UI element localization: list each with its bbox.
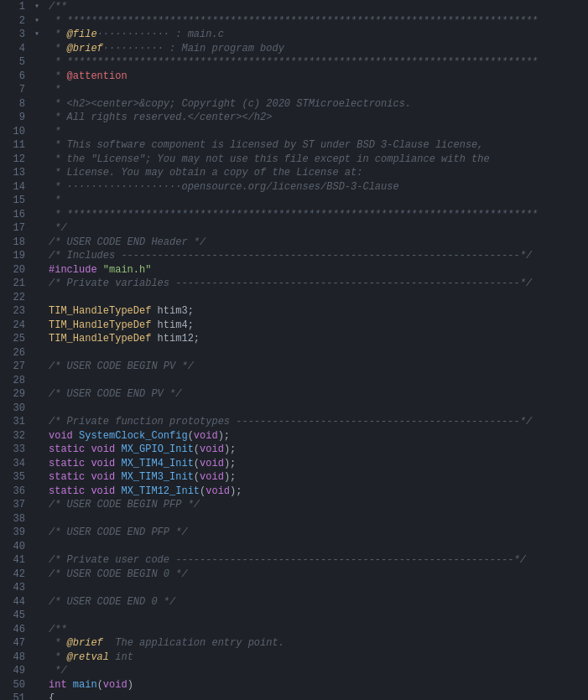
code-line: * bbox=[49, 83, 588, 97]
line-number: 39 bbox=[0, 526, 25, 540]
collapse-marker[interactable]: ▾ bbox=[32, 28, 42, 42]
code-line bbox=[49, 402, 588, 416]
line-number: 32 bbox=[0, 429, 25, 443]
line-number: 9 bbox=[0, 111, 25, 125]
line-number: 17 bbox=[0, 221, 25, 236]
code-line: * This software component is licensed by… bbox=[49, 138, 588, 153]
line-number: 8 bbox=[0, 97, 25, 111]
code-line: /* USER CODE END PFP */ bbox=[49, 526, 588, 540]
code-line: * All rights reserved.</center></h2> bbox=[49, 111, 588, 125]
code-line: * @file············ : main.c bbox=[49, 28, 588, 42]
line-number: 44 bbox=[0, 595, 25, 609]
code-line: * <h2><center>&copy; Copyright (c) 2020 … bbox=[49, 97, 588, 111]
line-number: 21 bbox=[0, 277, 25, 291]
code-line: /* USER CODE END PV */ bbox=[49, 387, 588, 402]
code-line bbox=[49, 581, 588, 595]
code-line: /* Private function prototypes ---------… bbox=[49, 415, 588, 429]
code-line bbox=[49, 609, 588, 623]
code-line: * the "License"; You may not use this fi… bbox=[49, 153, 588, 167]
code-line: * @retval int bbox=[49, 651, 588, 665]
line-number: 5 bbox=[0, 55, 25, 70]
line-number: 6 bbox=[0, 70, 25, 84]
code-line: /* USER CODE END Header */ bbox=[49, 236, 588, 250]
collapse-marker[interactable]: ▾ bbox=[32, 14, 42, 29]
line-number: 19 bbox=[0, 249, 25, 263]
line-number: 22 bbox=[0, 291, 25, 305]
line-number: 7 bbox=[0, 83, 25, 97]
code-line: { bbox=[49, 692, 588, 700]
line-number: 41 bbox=[0, 553, 25, 568]
line-number: 25 bbox=[0, 332, 25, 346]
line-number: 49 bbox=[0, 664, 25, 678]
code-line bbox=[49, 346, 588, 360]
line-number: 43 bbox=[0, 581, 25, 595]
line-number: 42 bbox=[0, 568, 25, 582]
code-line bbox=[49, 540, 588, 554]
line-number: 29 bbox=[0, 387, 25, 402]
code-line: * License. You may obtain a copy of the … bbox=[49, 166, 588, 180]
line-number: 16 bbox=[0, 208, 25, 222]
code-line: #include "main.h" bbox=[49, 263, 588, 277]
code-line: * **************************************… bbox=[49, 208, 588, 222]
line-number: 33 bbox=[0, 443, 25, 457]
line-number: 27 bbox=[0, 360, 25, 374]
code-editor: 1234567891011121314151617181920212223242… bbox=[0, 0, 588, 700]
line-number: 31 bbox=[0, 415, 25, 429]
code-line: */ bbox=[49, 664, 588, 678]
line-number: 24 bbox=[0, 319, 25, 333]
line-number: 35 bbox=[0, 470, 25, 485]
line-number: 20 bbox=[0, 263, 25, 277]
line-number: 2 bbox=[0, 14, 25, 29]
code-line: /* USER CODE BEGIN PFP */ bbox=[49, 498, 588, 512]
code-line: int main(void) bbox=[49, 678, 588, 692]
line-number: 38 bbox=[0, 512, 25, 526]
code-line: * @brief·········· : Main program body bbox=[49, 42, 588, 56]
line-number: 30 bbox=[0, 402, 25, 416]
code-line: /** bbox=[49, 0, 588, 14]
code-line: /* Includes ----------------------------… bbox=[49, 249, 588, 263]
line-number: 40 bbox=[0, 540, 25, 554]
line-number: 37 bbox=[0, 498, 25, 512]
code-line bbox=[49, 512, 588, 526]
code-line: static void MX_TIM12_Init(void); bbox=[49, 485, 588, 499]
line-number: 10 bbox=[0, 125, 25, 139]
line-number: 15 bbox=[0, 194, 25, 208]
code-line: static void MX_GPIO_Init(void); bbox=[49, 443, 588, 457]
line-number: 12 bbox=[0, 153, 25, 167]
line-number: 13 bbox=[0, 166, 25, 180]
collapse-marker[interactable]: ▾ bbox=[32, 0, 42, 14]
line-number: 18 bbox=[0, 236, 25, 250]
code-line: static void MX_TIM3_Init(void); bbox=[49, 470, 588, 485]
line-number: 48 bbox=[0, 651, 25, 665]
collapse-gutter[interactable]: ▾ ▾ ▾ bbox=[32, 0, 42, 700]
code-line: /* USER CODE END 0 */ bbox=[49, 595, 588, 609]
line-number: 50 bbox=[0, 678, 25, 692]
line-number: 11 bbox=[0, 138, 25, 153]
line-number: 45 bbox=[0, 609, 25, 623]
code-line: /* USER CODE BEGIN 0 */ bbox=[49, 568, 588, 582]
code-line: * bbox=[49, 125, 588, 139]
code-line: TIM_HandleTypeDef htim4; bbox=[49, 319, 588, 333]
code-line: * **************************************… bbox=[49, 55, 588, 70]
code-line: * @attention bbox=[49, 70, 588, 84]
code-line: * bbox=[49, 194, 588, 208]
code-area[interactable]: /** * **********************************… bbox=[42, 0, 588, 700]
line-number: 23 bbox=[0, 304, 25, 319]
line-number: 4 bbox=[0, 42, 25, 56]
code-line: static void MX_TIM4_Init(void); bbox=[49, 457, 588, 471]
line-number: 26 bbox=[0, 346, 25, 360]
line-number: 36 bbox=[0, 485, 25, 499]
code-line: /** bbox=[49, 623, 588, 637]
line-number: 34 bbox=[0, 457, 25, 471]
code-line: void SystemClock_Config(void); bbox=[49, 429, 588, 443]
code-line: * **************************************… bbox=[49, 14, 588, 29]
code-line: /* Private variables -------------------… bbox=[49, 277, 588, 291]
line-number: 28 bbox=[0, 374, 25, 388]
line-number: 1 bbox=[0, 0, 25, 14]
line-number: 14 bbox=[0, 180, 25, 194]
line-number: 3 bbox=[0, 28, 25, 42]
line-number: 47 bbox=[0, 636, 25, 651]
code-line: * ···················opensource.org/lice… bbox=[49, 180, 588, 194]
code-line: TIM_HandleTypeDef htim3; bbox=[49, 304, 588, 319]
code-line: TIM_HandleTypeDef htim12; bbox=[49, 332, 588, 346]
